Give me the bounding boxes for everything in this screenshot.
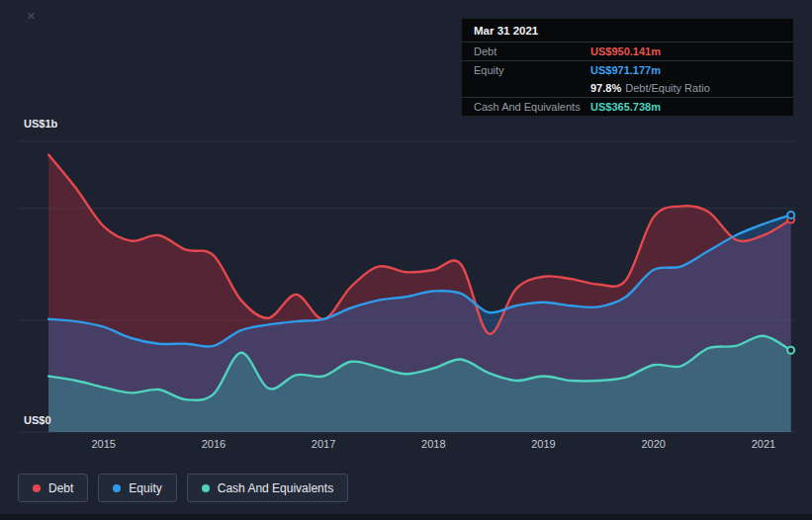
tooltip-equity-value: US$971.177m (590, 64, 661, 76)
y-axis-label-max: US$1b (24, 118, 57, 130)
chart-tooltip: Mar 31 2021 Debt US$950.141m Equity US$9… (461, 18, 794, 117)
x-axis-tick-2019: 2019 (531, 438, 555, 450)
debt-dot-icon (33, 484, 41, 492)
cash-dot-icon (202, 484, 210, 492)
tooltip-cash-row: Cash And Equivalents US$365.738m (462, 98, 793, 116)
y-axis-label-min: US$0 (24, 414, 51, 426)
tooltip-ratio-value: 97.8% (590, 82, 621, 94)
legend-label-equity: Equity (129, 481, 161, 495)
tooltip-equity-label: Equity (474, 64, 590, 76)
tooltip-date: Mar 31 2021 (462, 19, 793, 43)
legend-label-debt: Debt (48, 481, 73, 495)
debt-equity-history-panel: × 2015201620172018201920202021 US$1b US$… (0, 0, 812, 520)
tooltip-debt-value: US$950.141m (590, 45, 661, 57)
equity-endpoint-marker (787, 212, 794, 218)
legend-item-cash[interactable]: Cash And Equivalents (187, 474, 348, 502)
tooltip-debt-row: Debt US$950.141m (462, 43, 793, 61)
legend-item-debt[interactable]: Debt (18, 474, 88, 502)
legend-label-cash: Cash And Equivalents (218, 481, 333, 495)
x-axis-tick-2018: 2018 (421, 438, 445, 450)
tooltip-ratio-label: Debt/Equity Ratio (625, 82, 710, 94)
equity-dot-icon (113, 484, 121, 492)
x-axis-tick-2021: 2021 (752, 438, 775, 450)
x-axis-tick-2020: 2020 (641, 438, 665, 450)
tooltip-cash-label: Cash And Equivalents (474, 101, 590, 113)
cash-and-equivalents-endpoint-marker (787, 347, 794, 354)
chart-legend: Debt Equity Cash And Equivalents (18, 474, 348, 502)
legend-item-equity[interactable]: Equity (98, 474, 176, 502)
bottom-strip (0, 514, 812, 520)
x-axis-tick-2015: 2015 (91, 438, 115, 450)
x-axis-tick-2016: 2016 (202, 438, 226, 450)
tooltip-debt-label: Debt (474, 45, 590, 57)
tooltip-cash-value: US$365.738m (590, 101, 661, 113)
x-axis-tick-2017: 2017 (312, 438, 335, 450)
tooltip-equity-row: Equity US$971.177m (462, 61, 793, 79)
tooltip-ratio-row: 97.8%Debt/Equity Ratio (462, 79, 793, 98)
